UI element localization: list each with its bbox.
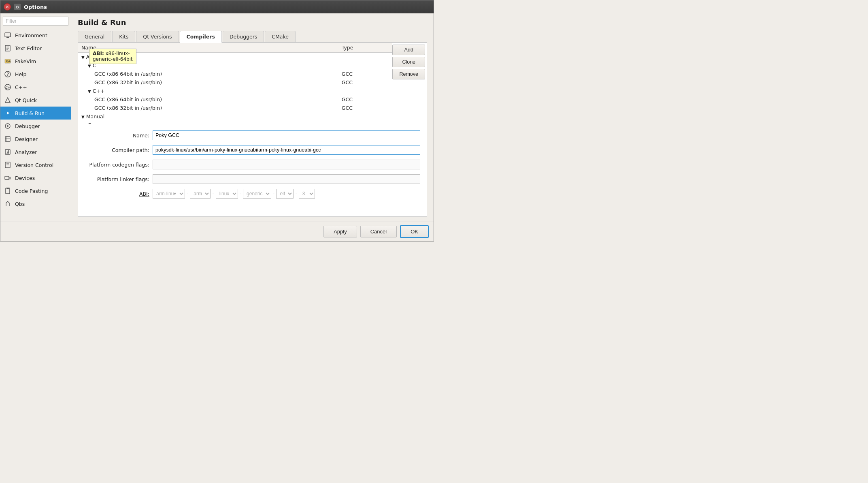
platform-linker-row: Platform linker flags: — [85, 174, 420, 184]
window-icon: ⚙ — [14, 4, 21, 10]
sidebar-item-cpp[interactable]: C++ C++ — [0, 81, 71, 94]
tab-cmake[interactable]: CMake — [265, 31, 296, 42]
svg-rect-27 — [5, 176, 9, 180]
svg-text:Fake: Fake — [6, 60, 11, 63]
platform-codegen-label: Platform codegen flags: — [85, 162, 149, 168]
right-panel: Build & Run General Kits Qt Versions Com… — [71, 13, 434, 222]
abi-bits-select[interactable]: 3 — [299, 189, 315, 199]
apply-button[interactable]: Apply — [323, 226, 357, 237]
textedit-icon — [4, 44, 12, 52]
sidebar-item-label: Environment — [15, 32, 47, 38]
tabs-bar: General Kits Qt Versions Compilers Debug… — [78, 31, 427, 43]
titlebar: ✕ ⚙ Options — [0, 0, 434, 13]
table-row[interactable]: C — [78, 121, 392, 124]
svg-point-16 — [7, 125, 9, 127]
cpp-icon: C++ — [4, 83, 12, 91]
svg-rect-1 — [6, 37, 9, 38]
remove-button[interactable]: Remove — [392, 69, 425, 79]
sidebar-item-buildrun[interactable]: Build & Run — [0, 107, 71, 120]
sidebar-item-debugger[interactable]: Debugger — [0, 120, 71, 133]
svg-rect-30 — [6, 188, 9, 189]
abi-flavor-select[interactable]: linux — [216, 189, 238, 199]
sidebar-item-label: Help — [15, 71, 27, 77]
svg-marker-12 — [5, 98, 10, 103]
sidebar-item-qtquick[interactable]: Qt Quick — [0, 94, 71, 107]
clone-button[interactable]: Clone — [392, 57, 425, 67]
sidebar-item-label: Designer — [15, 136, 38, 142]
table-row[interactable]: GCC (x86 64bit in /usr/bin) GCC — [78, 95, 392, 104]
table-row[interactable]: GCC (x86 64bit in /usr/bin) GCC — [78, 70, 392, 78]
compiler-path-label: Compiler path: — [85, 147, 149, 153]
table-row[interactable]: GCC (x86 32bit in /usr/bin) GCC — [78, 104, 392, 112]
sidebar-item-label: Build & Run — [15, 110, 45, 116]
name-label: Name: — [85, 133, 149, 139]
compiler-detail: Name: Compiler path: Platform codegen fl… — [78, 124, 427, 216]
cancel-button[interactable]: Cancel — [360, 226, 397, 237]
tab-general[interactable]: General — [78, 31, 111, 42]
table-row[interactable]: GCC (x86 32bit in /usr/bin) GCC — [78, 78, 392, 87]
compiler-list-section: Name Type ▼Auto-detected ▼C — [78, 43, 427, 124]
sidebar-item-fakevim[interactable]: Fake FakeVim — [0, 55, 71, 68]
abi-os-select[interactable]: arm — [190, 189, 211, 199]
name-input[interactable] — [153, 130, 420, 140]
compiler-path-input[interactable] — [153, 145, 420, 155]
col-type-header: Type — [338, 43, 393, 53]
compiler-path-row: Compiler path: — [85, 145, 420, 155]
svg-rect-29 — [6, 188, 10, 194]
close-button[interactable]: ✕ — [4, 3, 11, 11]
ok-button[interactable]: OK — [400, 225, 429, 238]
add-button[interactable]: Add — [392, 45, 425, 55]
tab-compilers[interactable]: Compilers — [180, 31, 222, 43]
table-row[interactable]: ▼C — [78, 61, 392, 70]
table-row[interactable]: ▼Auto-detected — [78, 53, 392, 62]
sidebar-item-analyzer[interactable]: Analyzer — [0, 145, 71, 158]
abi-format-select[interactable]: elf — [276, 189, 294, 199]
tab-kits[interactable]: Kits — [112, 31, 135, 42]
svg-text:?: ? — [7, 72, 9, 77]
platform-codegen-input[interactable] — [153, 160, 420, 169]
platform-linker-label: Platform linker flags: — [85, 176, 149, 182]
abi-generic-select[interactable]: generic — [243, 189, 271, 199]
sidebar-item-devices[interactable]: Devices — [0, 171, 71, 184]
sidebar-item-help[interactable]: ? Help — [0, 68, 71, 81]
sidebar-item-label: Qt Quick — [15, 97, 37, 103]
sidebar-item-label: C++ — [15, 84, 27, 90]
expand-arrow: ▼ — [81, 115, 85, 119]
tab-debuggers[interactable]: Debuggers — [223, 31, 264, 42]
help-icon: ? — [4, 70, 12, 78]
bottom-bar: Apply Cancel OK — [0, 222, 434, 241]
svg-rect-20 — [5, 150, 10, 154]
window-title: Options — [24, 4, 47, 10]
svg-rect-0 — [5, 33, 11, 37]
sidebar-item-qbs[interactable]: Qbs — [0, 197, 71, 210]
compiler-table-scroll[interactable]: Name Type ▼Auto-detected ▼C — [78, 43, 392, 124]
sidebar-item-versioncontrol[interactable]: Version Control — [0, 158, 71, 171]
tab-qtversions[interactable]: Qt Versions — [136, 31, 179, 42]
platform-linker-input[interactable] — [153, 174, 420, 184]
monitor-icon — [4, 31, 12, 39]
page-title: Build & Run — [78, 18, 427, 27]
codepasting-icon — [4, 187, 12, 195]
expand-arrow: ▼ — [88, 89, 91, 94]
qbs-icon — [4, 200, 12, 208]
sidebar-item-label: Text Editor — [15, 45, 42, 51]
expand-arrow: ▼ — [81, 55, 85, 60]
table-row[interactable]: ▼C++ — [78, 87, 392, 95]
versioncontrol-icon — [4, 161, 12, 169]
svg-text:C++: C++ — [5, 86, 11, 90]
name-row: Name: — [85, 130, 420, 140]
sidebar-item-label: Code Pasting — [15, 188, 48, 194]
table-row[interactable]: ▼Manual — [78, 112, 392, 121]
sidebar: Environment Text Editor Fake FakeVim ? H… — [0, 13, 71, 222]
sidebar-item-label: Version Control — [15, 162, 53, 168]
sidebar-item-environment[interactable]: Environment — [0, 29, 71, 42]
sidebar-item-label: Analyzer — [15, 149, 37, 155]
compilers-tab-content: Name Type ▼Auto-detected ▼C — [78, 43, 427, 217]
abi-arch-select[interactable]: arm-linu▾ — [153, 189, 185, 199]
sidebar-item-texteditor[interactable]: Text Editor — [0, 42, 71, 55]
sidebar-item-designer[interactable]: Designer — [0, 133, 71, 145]
filter-input[interactable] — [3, 17, 68, 26]
side-buttons: Add Clone Remove — [392, 43, 427, 81]
sidebar-item-codepasting[interactable]: Code Pasting — [0, 184, 71, 197]
sidebar-item-label: Qbs — [15, 201, 25, 207]
